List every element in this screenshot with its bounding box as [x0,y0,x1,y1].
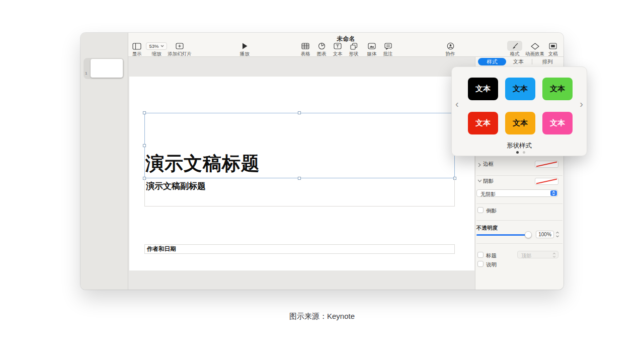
reflection-label: 倒影 [486,208,497,215]
comment-button[interactable]: 批注 [373,33,403,57]
border-label: 边框 [483,161,494,168]
shape-style-swatch-orange[interactable]: 文本 [505,112,535,134]
add-slide-button[interactable]: 添加幻灯片 [165,33,195,57]
page-dot-active[interactable] [516,151,519,154]
next-page-chevron-icon[interactable]: › [580,99,583,109]
opacity-slider-knob[interactable] [525,231,532,238]
collaborate-button[interactable]: 协作 [435,33,465,57]
chevron-down-icon [160,45,164,47]
toolbar: 未命名 显示 53% 缩放 添加幻灯片 [128,33,564,57]
tab-style[interactable]: 样式 [478,58,506,65]
separator [476,243,562,244]
stepper-icon [552,252,556,258]
slide-title-placeholder[interactable]: 演示文稿标题 [145,151,260,176]
border-none-well[interactable] [535,161,558,168]
reflection-checkbox[interactable] [477,207,484,213]
shape-style-swatch-red[interactable]: 文本 [468,112,498,134]
shadow-none-well[interactable] [535,178,558,185]
stepper-icon[interactable] [550,190,557,196]
tab-text[interactable]: 文本 [507,58,530,65]
opacity-stepper-icon[interactable] [555,231,559,238]
shape-style-swatch-blue[interactable]: 文本 [505,78,535,100]
selection-handle-top-left[interactable] [143,111,146,114]
shape-style-popover: ‹ › 文本 文本 文本 文本 文本 文本 形状样式 [451,66,587,156]
comment-icon [373,42,403,50]
play-icon [229,42,260,50]
slide-canvas: 演示文稿标题 演示文稿副标题 作者和日期 [128,57,475,290]
title-checkbox-label: 标题 [486,252,497,259]
tab-arrange[interactable]: 排列 [536,58,559,65]
title-position-dropdown: 顶部 [517,251,558,258]
shadow-disclosure-icon[interactable] [477,179,482,182]
shape-style-caption: 形状样式 [452,142,587,150]
shape-style-swatch-black[interactable]: 文本 [468,78,498,100]
collaborate-icon [435,42,465,50]
shape-style-swatch-pink[interactable]: 文本 [542,112,573,134]
opacity-slider-track[interactable] [476,234,529,236]
document-icon [538,42,564,50]
shape-style-swatch-green[interactable]: 文本 [542,78,573,100]
slide-thumbnail[interactable] [91,59,123,78]
image-source-caption: 图示来源：Keynote [0,312,644,321]
inspector-tab-bar: 样式 文本 排列 [475,57,564,67]
caption-checkbox-label: 说明 [486,261,497,268]
border-disclosure-icon[interactable] [478,163,481,167]
slide-navigator-sidebar: 1 [80,33,128,290]
add-slide-icon [165,42,195,50]
author-date-text-box[interactable]: 作者和日期 [144,244,455,254]
separator [476,203,562,204]
shadow-dropdown[interactable]: 无阴影 [476,189,558,197]
page-dot-inactive[interactable] [523,151,525,154]
separator [476,220,562,221]
separator [476,175,562,176]
selection-handle-middle-left[interactable] [143,144,146,147]
slide-number: 1 [85,71,87,76]
opacity-value-field[interactable]: 100% [536,231,554,238]
caption-checkbox[interactable] [477,261,484,267]
zoom-value-button[interactable]: 53% [146,42,167,50]
slide: 演示文稿标题 演示文稿副标题 作者和日期 [129,77,474,270]
selection-handle-top-middle[interactable] [298,111,301,114]
opacity-label: 不透明度 [476,225,498,232]
previous-page-chevron-icon[interactable]: ‹ [455,99,459,109]
play-button[interactable]: 播放 [229,33,260,57]
tab-divider [532,59,532,64]
document-button[interactable]: 文稿 [538,33,564,57]
shadow-label: 阴影 [483,178,494,185]
title-checkbox[interactable] [477,252,484,258]
slide-subtitle-placeholder[interactable]: 演示文稿副标题 [146,180,206,192]
slide-author-placeholder: 作者和日期 [145,245,176,253]
